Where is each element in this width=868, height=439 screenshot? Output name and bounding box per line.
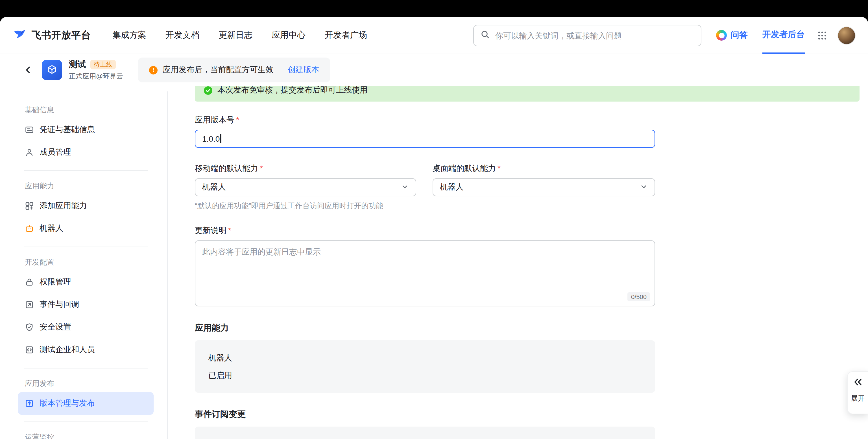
nav-item-dev-plaza[interactable]: 开发者广场: [325, 30, 367, 41]
required-mark: *: [228, 226, 231, 235]
tab-developer-console[interactable]: 开发者后台: [763, 17, 805, 54]
sidebar-item-version-release[interactable]: 版本管理与发布: [18, 392, 154, 415]
sidebar-item-test-org[interactable]: 测试企业和人员: [18, 339, 154, 361]
sidebar-item-bot[interactable]: 机器人: [18, 217, 154, 240]
qa-entry[interactable]: 问答: [716, 30, 748, 41]
expand-label: 展开: [851, 394, 865, 403]
chevron-down-icon: [401, 182, 409, 192]
sidebar-section-basic-info: 基础信息: [18, 102, 154, 119]
members-icon: [25, 148, 34, 157]
update-notes-textarea[interactable]: [195, 240, 655, 306]
divider: [24, 421, 148, 422]
success-banner: 本次发布免审核，提交发布后即可上线使用: [195, 86, 860, 102]
developer-console-label: 开发者后台: [763, 29, 805, 40]
capability-status: 已启用: [208, 370, 642, 380]
capability-section-title: 应用能力: [195, 322, 655, 334]
code-box-icon: [25, 345, 34, 354]
global-search[interactable]: [473, 25, 702, 46]
sidebar-item-label: 权限管理: [39, 277, 71, 287]
check-circle-icon: [204, 86, 212, 95]
desktop-capability-value: 机器人: [440, 182, 464, 193]
char-counter: 0/500: [628, 292, 650, 301]
event-callback-icon: [25, 300, 34, 309]
sidebar-item-events-callbacks[interactable]: 事件与回调: [18, 294, 154, 316]
divider: [24, 368, 148, 368]
mobile-capability-label: 移动端的默认能力*: [195, 163, 416, 174]
primary-nav: 集成方案 开发文档 更新日志 应用中心 开发者广场: [113, 30, 367, 41]
sidebar-item-label: 机器人: [39, 224, 63, 234]
sidebar-item-label: 成员管理: [39, 147, 71, 158]
sidebar-item-members[interactable]: 成员管理: [18, 141, 154, 164]
capability-summary-box: 机器人 已启用: [195, 340, 655, 393]
version-value: 1.0.0: [202, 134, 220, 143]
release-form: 应用版本号* 1.0.0 移动端的默认能力* 机器人: [195, 114, 655, 439]
sidebar-item-label: 安全设置: [39, 322, 71, 332]
sidebar-item-credentials[interactable]: 凭证与基础信息: [18, 119, 154, 141]
status-badge: 待上线: [90, 60, 116, 69]
lock-icon: [25, 278, 34, 286]
event-summary-box: [195, 427, 655, 439]
version-label: 应用版本号*: [195, 114, 655, 125]
screen: 飞书开放平台 集成方案 开发文档 更新日志 应用中心 开发者广场 问答 开发者后…: [0, 0, 868, 439]
add-capability-icon: [25, 201, 34, 210]
brand-title: 飞书开放平台: [32, 29, 91, 42]
app-subtitle: 正式应用@环界云: [69, 71, 123, 81]
divider: [24, 170, 148, 171]
mobile-capability-value: 机器人: [202, 182, 226, 193]
sidebar-section-monitoring: 运营监控: [18, 429, 154, 439]
required-mark: *: [498, 164, 501, 173]
version-input[interactable]: 1.0.0: [195, 130, 655, 148]
capability-hint: “默认的应用功能”即用户通过工作台访问应用时打开的功能: [195, 201, 655, 211]
sidebar-item-label: 添加应用能力: [39, 201, 87, 211]
expand-panel-button[interactable]: 展开: [847, 371, 868, 414]
double-chevron-left-icon: [853, 377, 863, 389]
shield-check-icon: [25, 323, 34, 332]
search-icon: [480, 30, 490, 41]
divider: [24, 246, 148, 247]
required-mark: *: [260, 164, 263, 173]
create-version-link[interactable]: 创建版本: [287, 65, 319, 75]
notice-text: 应用发布后，当前配置方可生效: [163, 65, 273, 75]
sidebar-section-release: 应用发布: [18, 375, 154, 392]
app-name: 测试: [69, 59, 86, 70]
qa-assistant-icon: [716, 30, 727, 41]
sidebar-item-label: 版本管理与发布: [39, 398, 95, 408]
apps-grid-icon[interactable]: [817, 30, 827, 40]
sidebar-item-label: 测试企业和人员: [39, 345, 95, 355]
app-header: 测试 待上线 正式应用@环界云 ! 应用发布后，当前配置方可生效 创建版本: [0, 54, 868, 86]
user-avatar[interactable]: [837, 26, 856, 44]
sidebar-item-label: 凭证与基础信息: [39, 125, 95, 135]
sidebar: 基础信息 凭证与基础信息 成员管理 应用能力 添加应用能力 机器人 开发配置: [18, 96, 154, 439]
mobile-capability-select[interactable]: 机器人: [195, 178, 416, 196]
sidebar-item-add-capability[interactable]: 添加应用能力: [18, 195, 154, 217]
sidebar-item-permissions[interactable]: 权限管理: [18, 271, 154, 294]
nav-item-docs[interactable]: 开发文档: [165, 30, 199, 41]
sidebar-section-dev-config: 开发配置: [18, 254, 154, 271]
nav-item-app-center[interactable]: 应用中心: [272, 30, 306, 41]
desktop-capability-select[interactable]: 机器人: [433, 178, 655, 196]
feishu-logo-icon: [12, 27, 27, 44]
app-meta: 测试 待上线 正式应用@环界云: [69, 59, 123, 81]
chevron-down-icon: [640, 182, 648, 192]
nav-item-integrations[interactable]: 集成方案: [113, 30, 146, 41]
warning-icon: !: [149, 66, 158, 74]
sidebar-item-security[interactable]: 安全设置: [18, 316, 154, 339]
nav-item-changelog[interactable]: 更新日志: [219, 30, 252, 41]
publish-notice: ! 应用发布后，当前配置方可生效 创建版本: [138, 58, 330, 82]
qa-label: 问答: [731, 30, 748, 41]
top-navbar: 飞书开放平台 集成方案 开发文档 更新日志 应用中心 开发者广场 问答 开发者后…: [0, 17, 868, 54]
robot-icon: [25, 224, 34, 233]
sidebar-item-label: 事件与回调: [39, 300, 79, 310]
success-banner-text: 本次发布免审核，提交发布后即可上线使用: [217, 86, 368, 95]
search-input[interactable]: [494, 30, 694, 40]
text-caret: [220, 134, 221, 143]
brand-logo[interactable]: 飞书开放平台: [12, 27, 91, 44]
back-chevron-icon[interactable]: [23, 64, 34, 76]
event-section-title: 事件订阅变更: [195, 408, 655, 420]
browser-window: 飞书开放平台 集成方案 开发文档 更新日志 应用中心 开发者广场 问答 开发者后…: [0, 17, 868, 439]
update-notes-wrap: 0/500: [195, 240, 655, 306]
main-content: 本次发布免审核，提交发布后即可上线使用 应用版本号* 1.0.0 移动端的默认能…: [168, 86, 868, 439]
update-notes-label: 更新说明*: [195, 225, 655, 236]
app-cube-icon: [42, 60, 62, 80]
publish-icon: [25, 399, 34, 408]
